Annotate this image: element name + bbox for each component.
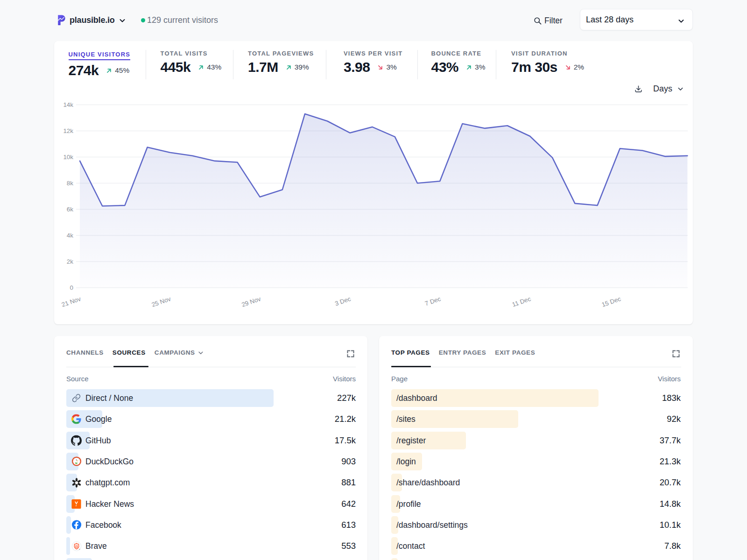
svg-text:11 Dec: 11 Dec — [511, 295, 532, 308]
svg-text:8k: 8k — [67, 180, 73, 187]
svg-text:0: 0 — [70, 284, 73, 291]
svg-text:7 Dec: 7 Dec — [424, 295, 442, 308]
svg-text:4k: 4k — [67, 232, 73, 239]
svg-text:15 Dec: 15 Dec — [601, 295, 622, 308]
svg-text:6k: 6k — [67, 206, 73, 213]
svg-text:21 Nov: 21 Nov — [61, 295, 82, 308]
svg-text:2k: 2k — [67, 258, 73, 265]
svg-text:25 Nov: 25 Nov — [151, 295, 172, 308]
svg-text:3 Dec: 3 Dec — [334, 295, 352, 308]
svg-text:14k: 14k — [63, 101, 73, 108]
svg-text:10k: 10k — [63, 154, 73, 161]
svg-text:12k: 12k — [63, 127, 73, 134]
svg-text:29 Nov: 29 Nov — [241, 295, 262, 308]
